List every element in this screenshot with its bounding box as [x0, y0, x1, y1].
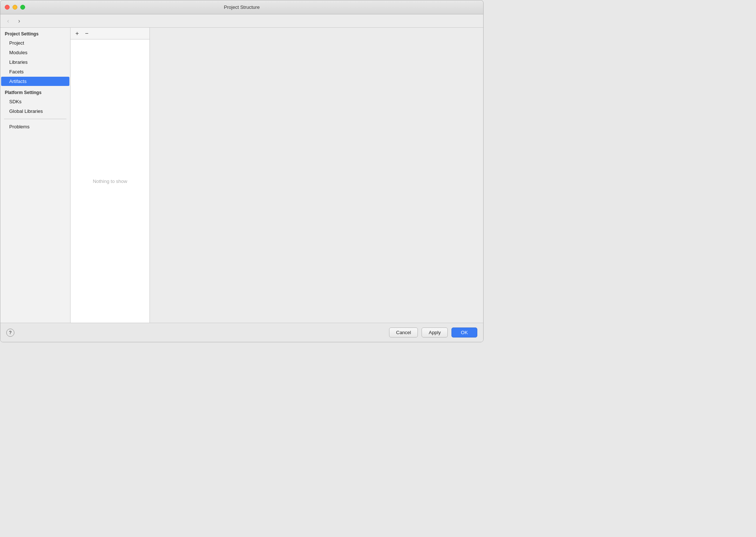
list-content: Nothing to show [71, 39, 150, 323]
traffic-lights [5, 5, 25, 10]
remove-button[interactable]: − [83, 30, 90, 37]
platform-settings-header: Platform Settings [0, 86, 70, 97]
sidebar-item-artifacts[interactable]: Artifacts [1, 77, 69, 86]
bottom-bar: ? Cancel Apply OK [0, 323, 483, 342]
sidebar-item-project[interactable]: Project [1, 38, 69, 48]
sidebar-item-sdks[interactable]: SDKs [1, 97, 69, 106]
content-area: Project Settings Project Modules Librari… [0, 28, 483, 323]
sidebar-item-problems[interactable]: Problems [1, 122, 69, 131]
sidebar-item-facets[interactable]: Facets [1, 67, 69, 76]
maximize-button[interactable] [20, 5, 25, 10]
bottom-right: Cancel Apply OK [389, 328, 477, 337]
window-title: Project Structure [224, 4, 260, 10]
bottom-left: ? [6, 329, 14, 337]
minimize-button[interactable] [13, 5, 17, 10]
sidebar-item-global-libraries[interactable]: Global Libraries [1, 107, 69, 116]
sidebar: Project Settings Project Modules Librari… [0, 28, 71, 323]
list-toolbar: + − [71, 28, 150, 39]
nav-bar: ‹ › [0, 14, 483, 28]
empty-message: Nothing to show [93, 179, 127, 184]
title-bar: Project Structure [0, 0, 483, 14]
list-panel: + − Nothing to show [71, 28, 150, 323]
main-layout: ‹ › Project Settings Project Modules Lib… [0, 14, 483, 342]
help-button[interactable]: ? [6, 329, 14, 337]
close-button[interactable] [5, 5, 10, 10]
sidebar-item-libraries[interactable]: Libraries [1, 58, 69, 67]
apply-button[interactable]: Apply [422, 328, 448, 337]
forward-button[interactable]: › [15, 17, 23, 25]
project-settings-header: Project Settings [0, 28, 70, 38]
cancel-button[interactable]: Cancel [389, 328, 418, 337]
sidebar-divider [4, 119, 66, 119]
sidebar-item-modules[interactable]: Modules [1, 48, 69, 57]
ok-button[interactable]: OK [451, 328, 477, 337]
add-button[interactable]: + [73, 30, 81, 37]
back-button[interactable]: ‹ [4, 17, 12, 25]
detail-panel [150, 28, 483, 323]
panel-area: + − Nothing to show [71, 28, 483, 323]
